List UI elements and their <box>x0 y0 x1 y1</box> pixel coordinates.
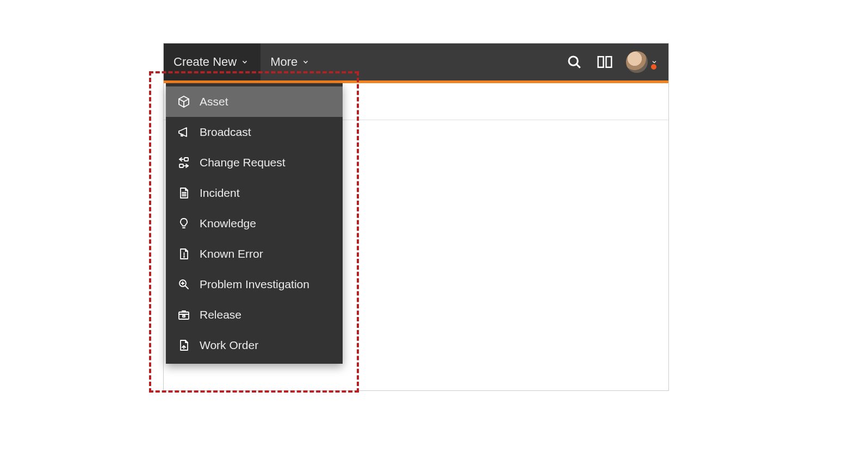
search-doc-icon <box>177 277 191 291</box>
svg-rect-2 <box>184 158 188 161</box>
dropdown-item-broadcast[interactable]: Broadcast <box>166 117 343 147</box>
user-avatar-menu[interactable] <box>626 51 658 73</box>
more-label: More <box>270 55 297 69</box>
dropdown-item-release[interactable]: Release <box>166 300 343 330</box>
topbar: Create New More <box>164 43 668 80</box>
cube-icon <box>177 95 191 109</box>
dropdown-item-knowledge[interactable]: Knowledge <box>166 208 343 239</box>
dropdown-item-asset[interactable]: Asset <box>166 86 343 117</box>
chevron-down-icon <box>302 58 309 66</box>
dropdown-item-work-order[interactable]: Work Order <box>166 330 343 360</box>
svg-line-1 <box>576 64 580 68</box>
swap-icon <box>177 156 191 170</box>
dropdown-item-known-error[interactable]: Known Error <box>166 239 343 269</box>
dropdown-item-label: Incident <box>200 186 240 200</box>
dropdown-item-label: Asset <box>200 95 228 108</box>
dropdown-item-label: Knowledge <box>200 217 256 230</box>
create-new-dropdown: AssetBroadcastChange RequestIncidentKnow… <box>166 83 343 364</box>
app-window: Create New More <box>163 43 669 391</box>
topbar-left: Create New More <box>164 43 321 80</box>
more-menu-button[interactable]: More <box>261 43 321 80</box>
chevron-down-icon <box>241 58 249 66</box>
svg-rect-15 <box>183 315 185 317</box>
dropdown-item-label: Problem Investigation <box>200 278 309 291</box>
dropdown-item-incident[interactable]: Incident <box>166 178 343 208</box>
bulb-icon <box>177 216 191 231</box>
dropdown-item-label: Work Order <box>200 339 258 352</box>
dropdown-item-label: Known Error <box>200 247 263 260</box>
doc-alert-icon <box>177 247 191 261</box>
svg-rect-3 <box>179 164 183 167</box>
dropdown-item-label: Change Request <box>200 156 286 169</box>
topbar-right <box>565 51 668 73</box>
create-new-menu-button[interactable]: Create New <box>164 43 261 80</box>
dropdown-item-problem-investigation[interactable]: Problem Investigation <box>166 269 343 300</box>
search-icon[interactable] <box>565 53 584 71</box>
dropdown-item-label: Broadcast <box>200 126 251 139</box>
svg-line-11 <box>185 286 189 289</box>
svg-point-0 <box>569 57 578 65</box>
dropdown-item-label: Release <box>200 308 241 321</box>
create-new-label: Create New <box>173 55 237 69</box>
megaphone-icon <box>177 125 191 139</box>
package-icon <box>177 308 191 322</box>
dropdown-item-change-request[interactable]: Change Request <box>166 147 343 178</box>
doc-lines-icon <box>177 186 191 200</box>
doc-arrow-icon <box>177 338 191 352</box>
avatar-image <box>626 51 648 73</box>
svg-point-9 <box>184 257 184 257</box>
book-icon[interactable] <box>596 53 614 71</box>
notification-dot <box>650 63 658 71</box>
